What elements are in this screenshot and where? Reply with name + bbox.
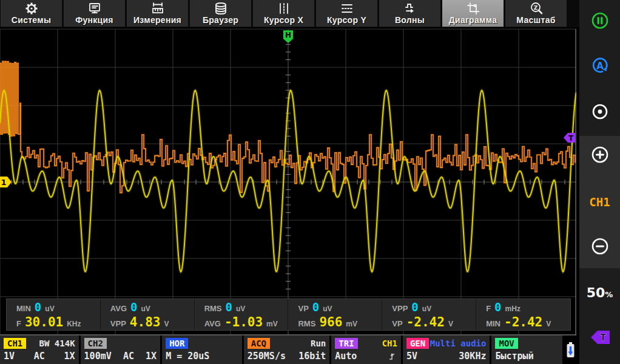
meas-label: VP — [392, 319, 402, 328]
ruler-icon — [150, 1, 165, 16]
measurement-column: F 0 mHz MIN -2.42 V — [476, 299, 570, 330]
meas-unit: uV — [141, 305, 150, 313]
tab-icon-wrap — [214, 2, 228, 15]
tab-браузер[interactable]: Браузер — [190, 0, 251, 27]
status-badge: CH1 — [4, 338, 26, 349]
status-badge: MOV — [495, 338, 517, 349]
waves-icon — [403, 1, 417, 16]
status-badge: GEN — [406, 338, 429, 349]
tab-диаграмма[interactable]: Диаграмма — [442, 0, 504, 27]
status-badge: HOR — [166, 338, 188, 349]
tab-icon-wrap — [403, 2, 417, 15]
status-text: M = 20uS — [166, 351, 209, 362]
gear-icon — [24, 1, 39, 16]
trigger-tag-icon: T — [588, 328, 612, 347]
meas-label: MIN — [486, 319, 500, 328]
meas-unit: KHz — [67, 320, 81, 328]
plus-circle-icon — [591, 146, 609, 164]
status-row: MOV — [495, 337, 559, 350]
status-section-acq[interactable]: ACQRun 250MS/s16bit — [244, 335, 330, 364]
status-text: 1V — [4, 351, 15, 362]
meas-value: 30.01 — [25, 315, 63, 329]
meas-value: 0 — [226, 300, 232, 314]
meas-unit: uV — [45, 305, 54, 313]
svg-text:A: A — [596, 61, 604, 72]
tab-функция[interactable]: Функция — [64, 0, 125, 27]
meas-value: -2.42 — [406, 315, 445, 329]
status-section-gen[interactable]: GENMulti audio 5V30KHz — [403, 335, 490, 364]
meas-value: 0 — [411, 300, 418, 314]
meas-unit: mV — [266, 320, 278, 328]
scope-canvas: 1 H T — [0, 27, 576, 335]
tab-курсор-y[interactable]: Курсор Y — [316, 0, 377, 27]
tab-label: Волны — [395, 15, 425, 25]
status-text: 30KHz — [459, 351, 486, 362]
tab-курсор-x[interactable]: Курсор X — [253, 0, 314, 27]
meas-label: F — [486, 304, 491, 313]
measurement-cell: AVG 0 uV — [110, 300, 194, 315]
auto-a-icon: A — [591, 56, 609, 75]
zoom-out-button[interactable] — [579, 233, 620, 260]
measurement-cell: VPP 0 uV — [392, 300, 476, 315]
status-row: Быстрый — [495, 350, 559, 362]
status-row: 5V30KHz — [406, 350, 487, 362]
measurement-column: VPP 0 uV VP -2.42 V — [382, 299, 476, 330]
status-section-tri[interactable]: TRICH1 Auto — [331, 335, 401, 364]
minus-circle-icon — [591, 237, 609, 255]
meas-value: 966 — [319, 315, 342, 329]
center-button[interactable] — [579, 98, 620, 125]
tab-масштаб[interactable]: Z Масштаб — [505, 0, 567, 27]
measurement-cell: VPP 4.83 V — [110, 315, 194, 329]
zoom-in-button[interactable] — [579, 141, 620, 168]
tab-icon-wrap — [24, 2, 39, 15]
waveform-display[interactable]: 1 H T MIN 0 uV F 30.01 KHz AVG 0 uV VPP … — [0, 27, 576, 335]
status-extra: Multi audio — [430, 339, 487, 348]
trigger-level-marker[interactable]: T — [564, 133, 575, 143]
meas-unit: uV — [422, 305, 431, 313]
ch1-zero-marker[interactable]: 1 — [0, 177, 12, 187]
status-extra: BW 414K — [39, 339, 75, 348]
status-text: Auto — [335, 351, 357, 362]
svg-text:H: H — [285, 31, 291, 39]
status-row: ACQRun — [248, 337, 326, 350]
cursor-y-icon — [340, 1, 354, 16]
status-row: CH1BW 414K — [4, 337, 75, 350]
tab-icon-wrap — [277, 2, 291, 15]
measurement-column: AVG 0 uV VPP 4.83 V — [101, 299, 195, 330]
status-text: 16bit — [298, 351, 326, 362]
trigger-button[interactable]: T — [579, 324, 620, 351]
tab-icon-wrap: Z — [529, 2, 544, 15]
tab-label: Курсор Y — [327, 15, 366, 25]
tab-icon-wrap — [150, 2, 165, 15]
status-section-ch1[interactable]: CH1BW 414K 1VAC1X — [0, 335, 79, 364]
meas-value: 0 — [130, 300, 137, 314]
svg-text:1: 1 — [1, 178, 6, 187]
meas-label: F — [16, 319, 21, 328]
status-section-ch2[interactable]: CH2 100mVAC1X — [81, 335, 161, 364]
status-text: Быстрый — [495, 351, 533, 362]
tab-системы[interactable]: Системы — [1, 0, 62, 27]
status-row: 250MS/s16bit — [248, 350, 326, 362]
status-section-mov[interactable]: MOV Быстрый — [491, 335, 562, 364]
horizontal-position-marker[interactable]: H — [283, 30, 293, 43]
tab-icon-wrap — [466, 2, 480, 15]
channel-select-label[interactable]: CH1 — [579, 189, 620, 215]
tab-label: Системы — [12, 15, 51, 25]
meas-value: 0 — [35, 300, 41, 314]
meas-value: 0 — [312, 300, 319, 314]
measurement-cell: F 30.01 KHz — [16, 315, 100, 329]
status-extra: CH1 — [382, 339, 397, 348]
battery-icon — [565, 340, 576, 360]
meas-label: AVG — [204, 319, 221, 328]
meas-label: VP — [298, 304, 308, 313]
tab-измерения[interactable]: Измерения — [127, 0, 188, 27]
measurement-column: MIN 0 uV F 30.01 KHz — [7, 299, 101, 330]
meas-unit: V — [448, 320, 453, 328]
measurement-cell: F 0 mHz — [486, 300, 570, 315]
status-section-hor[interactable]: HOR M = 20uS — [162, 335, 242, 364]
pause-button[interactable] — [579, 7, 620, 34]
auto-button[interactable]: A — [579, 52, 620, 79]
meas-label: AVG — [110, 304, 127, 313]
status-text: 1X — [64, 351, 75, 362]
tab-волны[interactable]: Волны — [379, 0, 440, 27]
